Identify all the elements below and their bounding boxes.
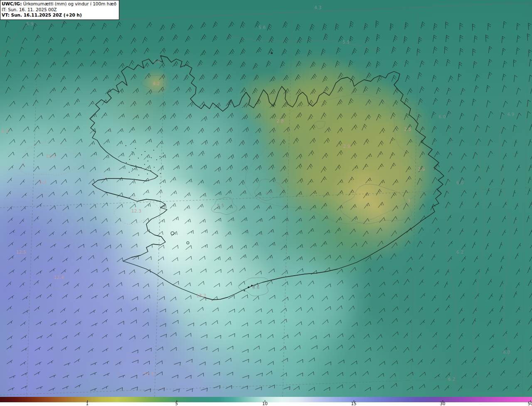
weather-map-page: 4.35.95.65.96.84.22.86.04.92.59.32.911.5… <box>0 0 532 406</box>
map-area: 4.35.95.65.96.84.22.86.04.92.59.32.911.5… <box>0 0 532 397</box>
valid-time-label: VT: <box>2 12 10 17</box>
colorbar-tick-label: 1 <box>86 402 89 406</box>
colorbar-tick-label: 30 <box>440 402 446 406</box>
colorbar-tick-label: 10 <box>262 402 268 406</box>
map-product-title: UWC/IG: Úrkomumætti (mm) og vindur í 100… <box>2 1 116 7</box>
colorbar-tick-label: 15 <box>351 402 357 406</box>
init-time: IT: Sun. 16. 11. 2025 00Z <box>2 7 116 13</box>
model-name: UWC/IG: <box>2 1 22 6</box>
map-title-box: UWC/IG: Úrkomumætti (mm) og vindur í 100… <box>0 0 119 20</box>
colorbar-tick-label: 50 <box>528 402 532 406</box>
valid-time: VT: Sun. 16.11.2025 20Z (+20 h) <box>2 12 116 18</box>
product-description: Úrkomumætti (mm) og vindur í 100m hæð <box>22 1 116 6</box>
precipitation-wind-map-canvas <box>0 0 532 397</box>
colorbar-footer: 1510153050 <box>0 397 532 406</box>
colorbar-tick-label: 5 <box>175 402 178 406</box>
valid-time-value: Sun. 16.11.2025 20Z (+20 h) <box>10 12 82 17</box>
